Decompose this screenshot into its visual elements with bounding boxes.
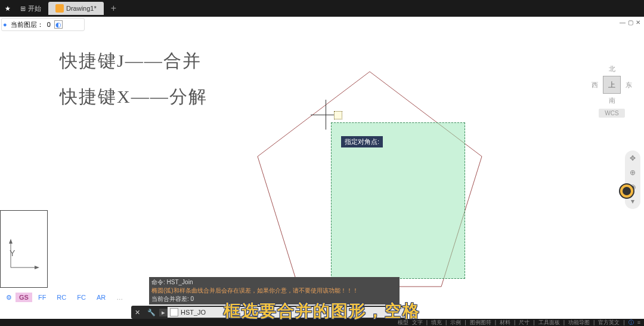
- cmd-line-1: 命令: HST_Join: [151, 278, 397, 287]
- cmd-close-icon[interactable]: ✕: [131, 309, 144, 316]
- cmd-expand-icon[interactable]: ▸: [159, 309, 168, 316]
- status-item-6[interactable]: 工具面板: [538, 319, 560, 326]
- cmd-config-icon[interactable]: 🔧: [144, 309, 159, 316]
- zoom-icon[interactable]: ⊕: [630, 168, 636, 177]
- layout-tabs: ⚙ GS FF RC FC AR …: [0, 290, 128, 305]
- layer-label: 当前图层：: [11, 20, 44, 29]
- navcube-west[interactable]: 西: [592, 81, 598, 90]
- layer-value: 0: [47, 21, 51, 28]
- start-menu[interactable]: ⊞ 开始: [16, 4, 46, 13]
- navcube-south[interactable]: 南: [592, 96, 632, 105]
- pan-icon[interactable]: ✥: [630, 154, 636, 162]
- navcube-north[interactable]: 北: [592, 64, 632, 73]
- minimize-icon[interactable]: —: [620, 19, 626, 26]
- tab-fc[interactable]: FC: [72, 293, 91, 302]
- favorite-icon[interactable]: ★: [0, 5, 16, 13]
- tab-ff[interactable]: FF: [33, 293, 51, 302]
- doc-icon: [55, 4, 64, 13]
- cmd-line-2: 椭圆(弧)和样条曲线合并后会存在误差，如果你介意，请不要使用该功能！！！: [151, 287, 397, 295]
- layer-swatch-icon[interactable]: ◐: [54, 20, 63, 29]
- wcs-label[interactable]: WCS: [599, 109, 624, 118]
- command-tooltip: 指定对角点:: [341, 136, 383, 147]
- tab-label: Drawing1*: [66, 5, 97, 12]
- layer-control[interactable]: ● 当前图层： 0 ◐: [1, 18, 85, 31]
- tab-gs[interactable]: GS: [16, 293, 32, 302]
- nav-more-icon[interactable]: ▾: [631, 197, 634, 205]
- tab-more[interactable]: …: [112, 293, 128, 302]
- view-cube[interactable]: 北 西 上 东 南 WCS: [592, 64, 632, 118]
- status-item-1[interactable]: 填充: [431, 319, 442, 326]
- svg-marker-4: [35, 266, 39, 269]
- video-subtitle: 框选要合并的图形，空格: [224, 300, 420, 322]
- info-icon[interactable]: ⓘ: [628, 319, 634, 326]
- navigation-bar[interactable]: ✥ ⊕ ◉ ▾: [625, 150, 640, 209]
- status-item-8[interactable]: 官方英文: [598, 319, 620, 326]
- cmd-dropdown-icon[interactable]: [170, 308, 178, 316]
- navcube-east[interactable]: 东: [626, 81, 632, 90]
- window-controls: — ▢ ✕: [620, 19, 640, 26]
- status-item-7[interactable]: 功能导图: [568, 319, 590, 326]
- navcube-top[interactable]: 上: [603, 76, 621, 94]
- windows-icon: ⊞: [20, 5, 26, 13]
- gear-icon[interactable]: ⚙: [4, 294, 14, 302]
- svg-marker-2: [9, 239, 13, 244]
- bulb-icon: ●: [3, 21, 7, 28]
- start-label: 开始: [28, 4, 41, 13]
- tab-rc[interactable]: RC: [52, 293, 71, 302]
- cmd-text: HST_JO: [181, 309, 206, 316]
- status-item-5[interactable]: 尺寸: [519, 319, 530, 326]
- ucs-axes-icon: [6, 238, 42, 273]
- status-item-3[interactable]: 图例图符: [470, 319, 491, 326]
- drawing-canvas[interactable]: 快捷键J——合并 快捷键X——分解 指定对角点: Y 北 西 上 东 南 WCS…: [0, 31, 644, 305]
- tab-ar[interactable]: AR: [92, 293, 110, 302]
- close-icon[interactable]: ✕: [636, 19, 640, 26]
- annotation-line-1: 快捷键J——合并: [60, 49, 202, 73]
- maximize-icon[interactable]: ▢: [628, 19, 633, 26]
- status-item-4[interactable]: 材料: [500, 319, 510, 326]
- menu-icon[interactable]: ≡: [637, 319, 640, 325]
- pick-cursor-icon: [334, 111, 342, 119]
- annotation-line-2: 快捷键X——分解: [60, 85, 208, 109]
- status-item-2[interactable]: 示例: [450, 319, 461, 326]
- document-tab[interactable]: Drawing1*: [48, 2, 104, 15]
- sync-badge[interactable]: [619, 183, 634, 199]
- title-bar: ★ ⊞ 开始 Drawing1* +: [0, 0, 644, 17]
- new-tab-button[interactable]: +: [104, 3, 123, 14]
